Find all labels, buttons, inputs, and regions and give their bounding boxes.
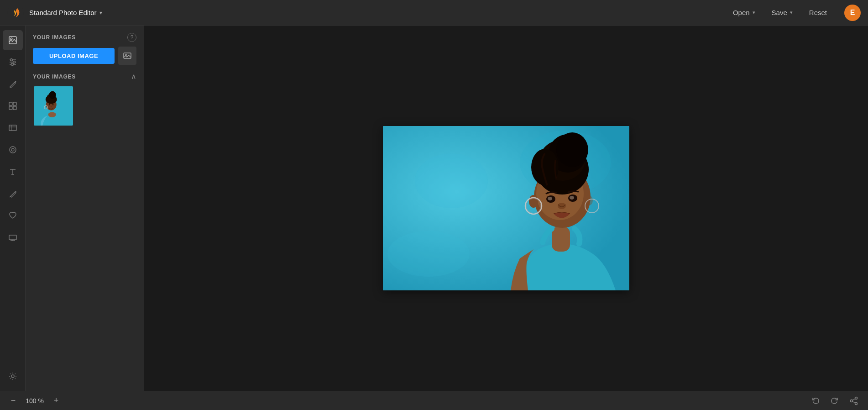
svg-point-4 [10,59,12,61]
svg-point-8 [11,63,13,66]
svg-rect-1 [9,37,16,44]
svg-point-16 [10,147,16,153]
app-title: Standard Photo Editor [29,9,97,16]
user-avatar[interactable]: E [844,5,861,21]
icon-bar-draw[interactable] [3,184,23,204]
reset-button[interactable]: Reset [803,6,833,19]
title-chevron[interactable]: ▾ [99,10,102,16]
images-section-header: YOUR IMAGES ∧ [33,72,136,81]
header-actions: Open ▾ Save ▾ Reset E [727,5,861,21]
undo-button[interactable] [809,394,822,408]
svg-point-34 [52,104,54,105]
side-panel-title: YOUR IMAGES [33,34,76,41]
icon-bar [0,26,26,391]
icon-bar-retouch[interactable] [3,74,23,94]
svg-point-28 [48,112,56,117]
images-section-title: YOUR IMAGES [33,74,76,80]
svg-rect-11 [9,106,12,110]
images-section-toggle[interactable]: ∧ [131,72,136,81]
svg-point-22 [11,375,14,378]
svg-point-2 [10,38,12,40]
svg-point-24 [125,54,127,56]
header: Standard Photo Editor ▾ Open ▾ Save ▾ Re… [0,0,868,26]
help-button[interactable]: ? [127,33,136,42]
svg-rect-19 [9,235,16,240]
icon-bar-images[interactable] [3,30,23,50]
svg-line-63 [852,401,855,403]
svg-point-59 [855,397,858,399]
svg-point-61 [851,399,853,402]
thumbnail-item[interactable] [33,85,74,126]
svg-line-62 [852,399,855,400]
save-button[interactable]: Save ▾ [765,6,799,19]
svg-line-18 [10,196,10,197]
svg-point-54 [529,195,538,208]
open-chevron: ▾ [753,10,755,16]
save-chevron: ▾ [790,10,793,16]
zoom-in-button[interactable]: + [50,395,62,407]
side-panel-header: YOUR IMAGES ? [26,26,144,47]
gallery-button[interactable] [118,47,136,65]
upload-area: UPLOAD IMAGE [26,47,144,72]
svg-point-51 [548,197,552,200]
svg-point-35 [51,106,52,107]
svg-point-38 [415,153,488,208]
header-title-area: Standard Photo Editor ▾ [29,9,727,16]
svg-point-60 [855,402,858,405]
svg-point-57 [586,195,593,205]
open-button[interactable]: Open ▾ [727,6,762,19]
svg-rect-23 [124,53,131,58]
icon-bar-favorites[interactable] [3,205,23,226]
svg-rect-9 [9,102,12,105]
zoom-value: 100 % [24,397,46,405]
images-section: YOUR IMAGES ∧ [26,72,144,126]
side-panel: YOUR IMAGES ? UPLOAD IMAGE YOUR IMAGES ∧ [26,26,144,391]
bottom-bar: − 100 % + [0,391,868,410]
icon-bar-slideshow[interactable] [3,227,23,247]
icon-bar-background[interactable] [3,118,23,138]
svg-point-32 [49,91,56,99]
icon-bar-adjustments[interactable] [3,52,23,72]
redo-button[interactable] [828,394,842,408]
icon-bar-frame[interactable] [3,140,23,160]
svg-point-52 [570,196,574,200]
main-area: YOUR IMAGES ? UPLOAD IMAGE YOUR IMAGES ∧ [0,26,868,391]
upload-image-button[interactable]: UPLOAD IMAGE [33,48,115,64]
share-button[interactable] [847,394,861,408]
svg-point-17 [11,148,14,151]
app-logo[interactable] [7,5,24,21]
icon-bar-text[interactable] [3,162,23,182]
bottom-right-actions [809,394,861,408]
svg-rect-41 [552,226,570,252]
svg-rect-12 [13,106,16,110]
zoom-controls: − 100 % + [7,395,62,407]
svg-rect-13 [9,125,16,131]
thumbnail-grid [33,85,136,126]
zoom-out-button[interactable]: − [7,395,19,407]
svg-point-6 [13,61,15,63]
svg-point-47 [556,132,588,167]
svg-point-33 [49,104,50,105]
svg-point-53 [558,203,566,209]
svg-rect-10 [13,102,16,105]
icon-bar-elements[interactable] [3,96,23,116]
canvas-area[interactable] [144,26,868,391]
main-canvas-image [383,126,629,290]
icon-bar-settings[interactable] [3,366,23,386]
svg-point-40 [387,231,470,277]
